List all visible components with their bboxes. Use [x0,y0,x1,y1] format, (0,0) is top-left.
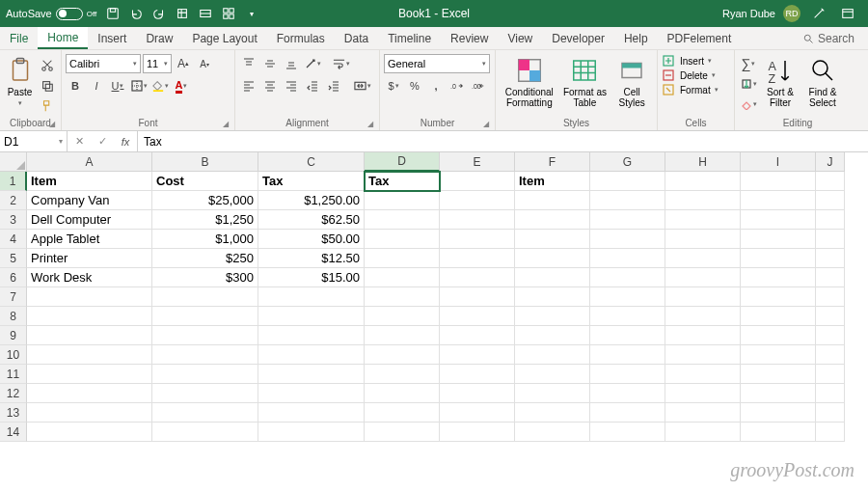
cell[interactable] [152,384,258,403]
tab-insert[interactable]: Insert [88,27,136,49]
row-header[interactable]: 1 [0,172,27,191]
comma-icon[interactable]: , [426,76,446,95]
row-header[interactable]: 12 [0,384,27,403]
cell[interactable] [590,423,665,442]
cell[interactable] [665,172,741,191]
decrease-font-icon[interactable]: A▾ [195,54,214,73]
cell[interactable]: Company Van [27,191,152,210]
row-header[interactable]: 7 [0,287,27,307]
tab-help[interactable]: Help [614,27,658,49]
col-header[interactable]: E [440,152,515,172]
border-button[interactable] [129,76,149,95]
cell[interactable] [741,345,816,365]
cell[interactable] [365,268,440,287]
align-left-icon[interactable] [239,76,258,95]
cell[interactable] [665,191,741,210]
cell[interactable] [515,191,590,210]
tab-review[interactable]: Review [441,27,498,49]
cell[interactable] [258,384,365,403]
row-header[interactable]: 3 [0,210,27,230]
cell[interactable] [665,307,741,326]
cell[interactable] [590,268,665,287]
cell[interactable]: $25,000 [152,191,258,210]
qat-icon-3[interactable] [218,3,239,24]
cell[interactable] [590,403,665,423]
cell[interactable] [741,249,816,268]
cell[interactable] [590,384,665,403]
cell[interactable] [440,326,515,345]
cell[interactable] [590,191,665,210]
cell[interactable] [440,172,515,191]
qat-icon-2[interactable] [195,3,216,24]
cell[interactable] [258,365,365,384]
cell[interactable]: $62.50 [258,210,365,230]
cell[interactable] [258,326,365,345]
cancel-formula-icon[interactable]: ✕ [68,135,91,148]
user-avatar[interactable]: RD [783,5,800,22]
enter-formula-icon[interactable]: ✓ [91,135,114,148]
row-header[interactable]: 11 [0,365,27,384]
cell[interactable] [515,403,590,423]
cell[interactable] [665,365,741,384]
cell[interactable] [365,403,440,423]
active-cell[interactable]: Tax [365,172,440,191]
cell[interactable] [816,210,845,230]
cell[interactable] [665,287,741,307]
cell[interactable] [365,307,440,326]
cell[interactable] [365,345,440,365]
formula-input[interactable]: Tax [138,131,868,151]
launcher-icon[interactable]: ◢ [367,120,373,128]
row-header[interactable]: 8 [0,307,27,326]
cell[interactable] [27,287,152,307]
cell[interactable] [515,307,590,326]
cell[interactable] [27,423,152,442]
cell[interactable] [365,287,440,307]
cell[interactable] [741,210,816,230]
cell[interactable] [741,172,816,191]
delete-cells-button[interactable]: Delete▾ [662,68,719,82]
cell[interactable] [816,423,845,442]
cell[interactable]: $1,000 [152,230,258,249]
ribbon-options-icon[interactable] [837,3,858,24]
cell[interactable] [365,249,440,268]
redo-icon[interactable] [149,3,170,24]
cell[interactable] [152,307,258,326]
save-icon[interactable] [102,3,123,24]
merge-center-icon[interactable] [353,76,372,95]
tab-page-layout[interactable]: Page Layout [182,27,266,49]
tab-timeline[interactable]: Timeline [378,27,441,49]
cell[interactable] [590,345,665,365]
cell[interactable] [258,287,365,307]
undo-icon[interactable] [125,3,147,24]
tab-file[interactable]: File [0,27,38,49]
cell[interactable] [365,230,440,249]
cell[interactable]: $1,250.00 [258,191,365,210]
cell[interactable] [590,307,665,326]
cell[interactable] [590,210,665,230]
launcher-icon[interactable]: ◢ [483,120,489,128]
align-middle-icon[interactable] [260,54,280,73]
qat-icon-1[interactable] [172,3,193,24]
cell[interactable] [590,326,665,345]
increase-indent-icon[interactable] [324,76,343,95]
cell[interactable] [665,403,741,423]
number-format-combo[interactable]: General▾ [384,54,490,73]
cell[interactable] [515,365,590,384]
col-header[interactable]: A [27,152,152,172]
decrease-indent-icon[interactable] [303,76,322,95]
cell[interactable] [665,210,741,230]
format-as-table-button[interactable]: Format as Table [561,52,610,108]
cell[interactable] [741,403,816,423]
fill-icon[interactable] [739,74,758,94]
user-name[interactable]: Ryan Dube [722,8,775,19]
col-header[interactable]: B [152,152,258,172]
cell[interactable] [665,230,741,249]
tab-home[interactable]: Home [38,27,88,49]
cell[interactable] [152,365,258,384]
copy-icon[interactable] [38,76,57,95]
cell[interactable] [440,384,515,403]
insert-cells-button[interactable]: Insert▾ [662,54,719,68]
cell-styles-button[interactable]: Cell Styles [610,52,653,108]
cell[interactable] [27,384,152,403]
cell[interactable] [258,403,365,423]
